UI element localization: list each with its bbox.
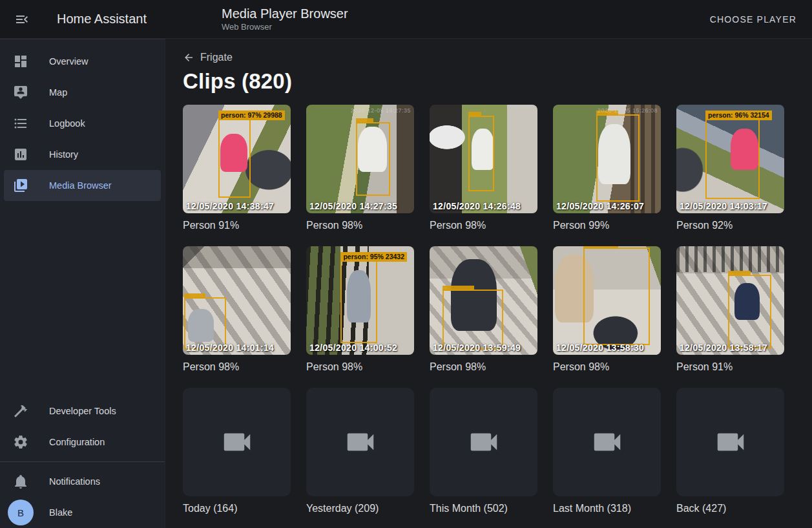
detection-label-sliver <box>583 246 619 249</box>
app-header: Home Assistant Media Player Browser Web … <box>0 0 812 39</box>
media-browser-panel: Frigate Clips (820) person: 97% 29988 12… <box>165 39 812 528</box>
detection-bounding-box <box>728 275 771 348</box>
sidebar-item-label: Media Browser <box>49 180 112 191</box>
detection-label-sliver <box>356 118 373 123</box>
sidebar-item-logbook[interactable]: Logbook <box>4 108 161 139</box>
sidebar-item-label: Notifications <box>49 476 100 487</box>
clip-caption: Person 98% <box>430 219 537 232</box>
detection-bounding-box: person: 97% 29988 <box>218 119 251 198</box>
clip-thumbnail: person: 95% 23432 12/05/2020 14:00:52 <box>306 246 414 355</box>
clip-card[interactable]: person: 97% 29988 12/05/2020 14:38:47 Pe… <box>183 105 291 232</box>
detection-bounding-box <box>468 116 494 192</box>
detection-label-sliver <box>442 286 474 291</box>
sidebar-item-history[interactable]: History <box>4 139 161 170</box>
clip-timestamp-overlay: 12/05/2020 14:26:07 <box>556 201 644 211</box>
clip-caption: Person 98% <box>183 361 291 374</box>
clip-caption: Person 91% <box>676 361 784 374</box>
clip-card[interactable]: 12/05/2020 14:26:48 Person 98% <box>430 105 537 232</box>
clip-thumbnail: 12/05/2020 14:26:48 <box>430 105 537 213</box>
detection-bounding-box <box>442 290 503 349</box>
folder-card[interactable]: This Month (502) <box>430 388 537 515</box>
sidebar-item-overview[interactable]: Overview <box>4 46 161 77</box>
detection-bounding-box <box>184 297 226 350</box>
clip-timestamp-overlay: 12/05/2020 14:27:35 <box>309 201 397 211</box>
folder-card[interactable]: Back (427) <box>676 388 784 515</box>
sidebar-item-media-browser[interactable]: Media Browser <box>4 170 161 201</box>
folder-card[interactable]: Today (164) <box>183 388 291 515</box>
clips-grid: person: 97% 29988 12/05/2020 14:38:47 Pe… <box>183 105 795 515</box>
panel-title: Media Player Browser <box>222 6 348 21</box>
clip-caption: Person 99% <box>553 219 661 232</box>
clip-thumbnail: 12/05/2020 14:01:14 <box>183 246 291 355</box>
folder-caption: Yesterday (209) <box>306 502 414 515</box>
folder-caption: Today (164) <box>183 502 291 515</box>
choose-player-button[interactable]: CHOOSE PLAYER <box>701 0 806 39</box>
detection-label-sliver <box>468 112 481 117</box>
back-arrow-icon <box>183 52 194 63</box>
clip-card[interactable]: person: 95% 23432 12/05/2020 14:00:52 Pe… <box>306 246 414 374</box>
dashboard-icon <box>13 54 28 69</box>
clip-thumbnail: 12/05/2020 13:58:30 <box>553 246 661 355</box>
sidebar-item-label: Logbook <box>49 118 85 129</box>
bell-icon <box>13 474 28 489</box>
folder-thumbnail <box>553 388 661 496</box>
folder-caption: Back (427) <box>676 502 784 515</box>
clip-timestamp-overlay: 12/05/2020 14:03:17 <box>680 201 767 211</box>
clip-caption: Person 98% <box>430 361 537 374</box>
clip-caption: Person 98% <box>306 219 414 232</box>
sidebar-item-label: History <box>49 149 78 160</box>
sidebar-item-label: Configuration <box>49 437 105 447</box>
breadcrumb-label: Frigate <box>200 52 233 63</box>
sidebar-divider <box>0 461 165 462</box>
media-browser-icon <box>13 178 28 193</box>
sidebar-item-label: Overview <box>49 56 88 67</box>
clip-thumbnail: person: 96% 32154 12/05/2020 14:03:17 <box>676 105 784 213</box>
breadcrumb[interactable]: Frigate <box>183 52 233 63</box>
clip-card[interactable]: 12/05/2020 13:58:30 Person 98% <box>553 246 661 374</box>
clip-timestamp-overlay: 12/05/2020 13:58:30 <box>556 343 644 353</box>
video-camera-icon <box>713 425 748 459</box>
detection-label: person: 95% 23432 <box>340 252 407 262</box>
folder-card[interactable]: Yesterday (209) <box>306 388 414 515</box>
clip-card[interactable]: 2020-12-05 15:26:08 12/05/2020 14:26:07 … <box>553 105 661 232</box>
sidebar-spacer <box>0 201 165 396</box>
sidebar-item-profile[interactable]: B Blake <box>4 497 161 528</box>
clip-timestamp-overlay: 12/05/2020 14:01:14 <box>186 343 274 353</box>
detection-label: person: 96% 32154 <box>705 111 772 120</box>
clip-card[interactable]: person: 96% 32154 12/05/2020 14:03:17 Pe… <box>676 105 784 232</box>
sidebar-item-notifications[interactable]: Notifications <box>4 466 161 497</box>
app-title: Home Assistant <box>57 12 147 26</box>
player-subtitle: Web Browser <box>222 22 348 32</box>
detection-bounding-box: person: 95% 23432 <box>340 260 377 343</box>
clip-thumbnail: 12/05/2020 13:58:17 <box>676 246 784 355</box>
detection-label-sliver <box>728 271 751 276</box>
clip-card[interactable]: 12/05/2020 14:01:14 Person 98% <box>183 246 291 374</box>
sidebar-item-label: Map <box>49 87 67 98</box>
detection-bounding-box: person: 96% 32154 <box>705 119 760 199</box>
sidebar-item-label: Developer Tools <box>49 406 116 416</box>
detection-label: person: 97% 29988 <box>218 111 285 120</box>
camera-timestamp: 2020-12-05 15:26:08 <box>598 107 658 114</box>
header-sidebar-section: Home Assistant <box>0 12 165 27</box>
clip-caption: Person 92% <box>676 219 784 232</box>
sidebar-item-developer-tools[interactable]: Developer Tools <box>4 396 161 427</box>
clip-card[interactable]: 12/05/2020 13:58:17 Person 91% <box>676 246 784 374</box>
clip-caption: Person 98% <box>306 361 414 374</box>
sidebar-item-map[interactable]: Map <box>4 77 161 108</box>
sidebar-item-configuration[interactable]: Configuration <box>4 427 161 458</box>
folder-thumbnail <box>183 388 291 496</box>
folder-card[interactable]: Last Month (318) <box>553 388 661 515</box>
detection-bounding-box <box>356 122 390 196</box>
video-camera-icon <box>466 425 501 459</box>
hammer-icon <box>13 403 28 419</box>
clip-card[interactable]: 2020-12-05 16:27:35 12/05/2020 14:27:35 … <box>306 105 414 232</box>
detection-bounding-box <box>583 248 651 345</box>
clip-thumbnail: person: 97% 29988 12/05/2020 14:38:47 <box>183 105 291 213</box>
gear-icon <box>13 434 28 450</box>
folder-caption: This Month (502) <box>430 502 537 515</box>
logbook-icon <box>13 116 28 131</box>
clip-timestamp-overlay: 12/05/2020 14:38:47 <box>186 201 274 211</box>
sidebar-toggle-icon[interactable] <box>14 12 30 27</box>
camera-timestamp: 2020-12-05 16:27:35 <box>351 107 411 114</box>
clip-card[interactable]: 12/05/2020 13:59:49 Person 98% <box>430 246 537 374</box>
